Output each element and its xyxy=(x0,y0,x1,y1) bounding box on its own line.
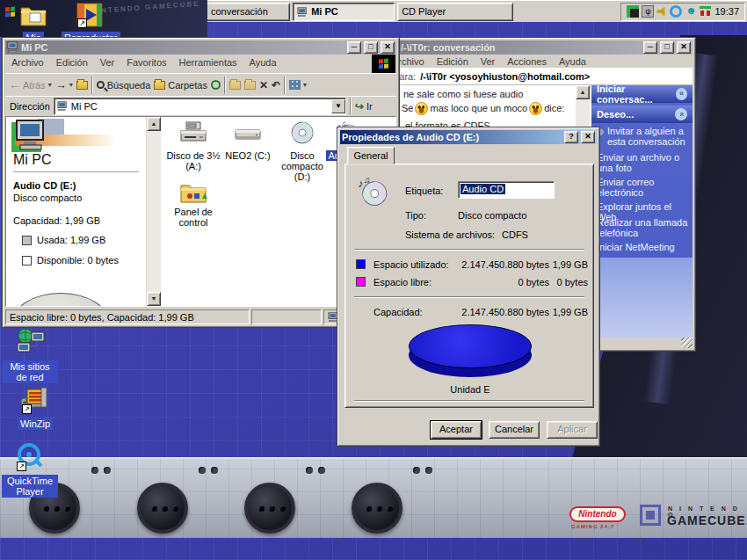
divider xyxy=(13,171,139,172)
menu-archivo[interactable]: Archivo xyxy=(11,57,44,68)
smiley-emoticon xyxy=(415,102,428,115)
display-tray-icon[interactable] xyxy=(627,5,639,18)
scroll-up-icon[interactable]: ▲ xyxy=(576,85,590,99)
disk-pie-chart xyxy=(11,293,110,306)
views-button[interactable]: ▾ xyxy=(289,80,307,90)
task-button-cd-player[interactable]: CD Player xyxy=(397,3,513,21)
capacity-text: Capacidad: 1,99 GB xyxy=(13,215,100,226)
resize-grip[interactable] xyxy=(681,338,693,348)
cancel-button[interactable]: Cancelar xyxy=(489,421,540,439)
free-swatch xyxy=(22,256,32,265)
used-space-row xyxy=(356,259,366,271)
address-combobox[interactable]: Mi PC ▼ xyxy=(54,98,346,115)
apply-button[interactable]: Aplicar xyxy=(547,421,598,439)
conversation-to-header: Para: /-\iT0r <yosoyhiuston@hotmail.com> xyxy=(386,68,693,85)
my-pc-titlebar[interactable]: Mi PC ─ □ ✕ xyxy=(5,40,396,55)
media-player-icon: ↗ xyxy=(76,2,104,30)
label-input[interactable]: Audio CD xyxy=(458,181,555,199)
task-button-mi-pc[interactable]: Mi PC xyxy=(293,3,395,21)
hard-drive-icon xyxy=(233,120,263,149)
properties-dialog: Propiedades de Audio CD (E:) ? ✕ General… xyxy=(337,127,600,447)
sidebar-link-enviar-correo[interactable]: Enviar correo electrónico xyxy=(597,177,691,198)
to-contact: /-\iT0r <yosoyhiuston@hotmail.com> xyxy=(420,71,590,82)
type-value: Disco compacto xyxy=(458,210,526,221)
properties-titlebar[interactable]: Propiedades de Audio CD (E:) ? ✕ xyxy=(340,130,597,144)
up-button[interactable] xyxy=(76,81,88,90)
chevron-expand-icon[interactable]: « xyxy=(676,88,687,100)
label-field-caption: Etiqueta: xyxy=(405,185,443,196)
gamecube-brand: GAMECUBE. xyxy=(667,513,747,527)
icon-label: WinZip xyxy=(18,418,53,430)
minimize-button[interactable]: ─ xyxy=(643,41,657,54)
volume-tray-icon[interactable] xyxy=(656,6,667,17)
go-button[interactable]: ↪Ir xyxy=(355,100,373,113)
panel-screws xyxy=(199,467,220,474)
usb-tray-icon[interactable]: ψ xyxy=(642,5,654,18)
icon-label: Mis sitios de red xyxy=(2,360,58,383)
move-to-button[interactable] xyxy=(229,81,241,90)
delete-button[interactable]: ✕ xyxy=(259,79,268,91)
tab-general[interactable]: General xyxy=(347,147,395,164)
network-tray-icon[interactable] xyxy=(700,6,712,17)
folders-button[interactable]: Carpetas xyxy=(154,80,207,91)
desktop-icon-quicktime-player[interactable]: ↗ QuickTime Player xyxy=(2,441,58,498)
copy-to-button[interactable] xyxy=(244,81,256,90)
menu-favoritos[interactable]: Favoritos xyxy=(127,57,166,68)
menu-acciones[interactable]: Acciones xyxy=(507,56,547,67)
forward-button[interactable]: →▾ xyxy=(55,78,73,91)
menu-edicion[interactable]: Edición xyxy=(56,57,88,68)
copy-to-icon xyxy=(244,81,256,90)
sidebar-header-deseo[interactable]: Deseo...« xyxy=(591,105,693,123)
sidebar-link-netmeeting[interactable]: Iniciar NetMeeting xyxy=(597,242,691,252)
free-space-row xyxy=(356,277,366,288)
computer-icon xyxy=(297,7,308,17)
control-panel-icon xyxy=(178,178,208,205)
maximize-button[interactable]: □ xyxy=(660,41,674,54)
history-button[interactable] xyxy=(211,80,221,90)
menu-ver[interactable]: Ver xyxy=(100,57,115,68)
messenger-titlebar[interactable]: /-\iT0r: conversación ─ □ ✕ xyxy=(386,40,693,55)
quicktime-tray-icon[interactable] xyxy=(670,5,682,18)
scroll-up-icon[interactable]: ▲ xyxy=(147,117,161,131)
menu-herramientas[interactable]: Herramientas xyxy=(179,57,237,68)
search-button[interactable]: Búsqueda xyxy=(97,80,151,91)
ok-button[interactable]: Aceptar xyxy=(431,421,482,439)
close-button[interactable]: ✕ xyxy=(581,131,595,143)
toolbar-separator xyxy=(224,76,226,94)
close-button[interactable]: ✕ xyxy=(677,41,691,54)
winzip-icon: ↗ xyxy=(20,384,50,416)
webview-scrollbar[interactable]: ▲ ▼ xyxy=(147,117,161,306)
file-label: Panel de control xyxy=(164,207,222,228)
menu-ayuda[interactable]: Ayuda xyxy=(250,57,277,68)
sidebar-link-llamada[interactable]: Realizar una llamada telefónica xyxy=(597,217,691,238)
close-button[interactable]: ✕ xyxy=(381,41,395,54)
scroll-down-icon[interactable]: ▼ xyxy=(147,292,161,306)
my-pc-menubar: Archivo Edición Ver Favoritos Herramient… xyxy=(5,55,396,69)
folders-icon xyxy=(154,81,165,90)
sidebar-link-enviar-archivo[interactable]: Enviar un archivo o una foto xyxy=(597,152,691,173)
my-pc-addressbar: Dirección Mi PC ▼ ↪Ir xyxy=(5,96,396,115)
sidebar-header-iniciar[interactable]: Iniciar conversac...« xyxy=(591,85,693,103)
dropdown-arrow-icon[interactable]: ▼ xyxy=(331,99,345,113)
nintendo-tagline: GAMING 24:7 xyxy=(571,524,614,529)
drive-c-item[interactable]: NEO2 (C:) xyxy=(219,120,277,161)
panel-screws xyxy=(306,467,327,474)
control-panel-item[interactable]: Panel de control xyxy=(164,178,222,228)
free-bytes: 0 bytes xyxy=(442,277,549,287)
back-button[interactable]: ←Atrás▾ xyxy=(9,78,52,91)
help-button[interactable]: ? xyxy=(564,131,578,143)
menu-edicion[interactable]: Edición xyxy=(437,56,468,67)
chevron-collapse-icon[interactable]: « xyxy=(675,108,687,120)
maximize-button[interactable]: □ xyxy=(364,41,378,54)
minimize-button[interactable]: ─ xyxy=(347,41,361,54)
undo-button[interactable]: ↶ xyxy=(272,79,280,91)
desktop-icon-mis-sitios-de-red[interactable]: Mis sitios de red xyxy=(2,327,58,383)
views-icon xyxy=(289,80,301,90)
menu-ayuda[interactable]: Ayuda xyxy=(559,56,586,67)
desktop-icon-winzip[interactable]: ↗ WinZip xyxy=(7,384,63,430)
messenger-tray-icon[interactable]: ☻ xyxy=(685,5,697,18)
windows-brand-logo xyxy=(372,55,395,73)
drive-a-item[interactable]: Disco de 3½ (A:) xyxy=(164,120,222,171)
sidebar-link-invitar[interactable]: Invitar a alguien a esta conversación xyxy=(597,126,691,147)
menu-ver[interactable]: Ver xyxy=(481,56,496,67)
